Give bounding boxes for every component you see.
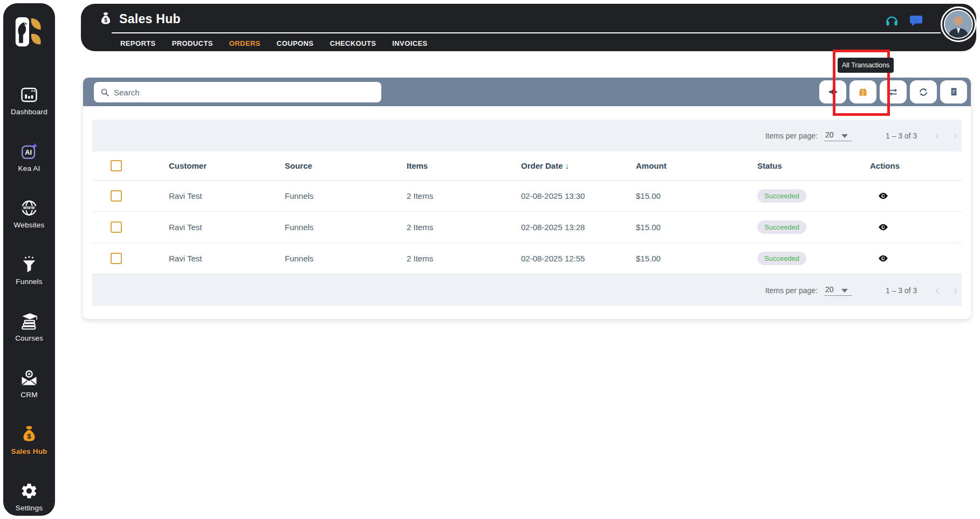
orders-card: Items per page: 20 1 – 3 of 3 ‹ › Custom… <box>83 78 971 319</box>
cell-customer: Ravi Test <box>169 191 285 200</box>
tab-coupons[interactable]: COUPONS <box>276 37 315 50</box>
col-source[interactable]: Source <box>285 161 407 170</box>
avatar-photo <box>944 10 973 39</box>
sidebar-item-crm[interactable]: CRM <box>3 355 55 412</box>
sidebar-item-label: CRM <box>20 391 37 399</box>
crm-icon <box>20 369 38 387</box>
sidebar-item-courses[interactable]: Courses <box>3 299 55 355</box>
paginator-top: Items per page: 20 1 – 3 of 3 ‹ › <box>92 120 962 151</box>
cell-customer: Ravi Test <box>169 223 285 232</box>
transfer-arrows-button[interactable] <box>880 80 907 103</box>
view-order-button[interactable] <box>878 190 889 202</box>
col-status[interactable]: Status <box>757 161 870 170</box>
chevron-down-icon <box>841 289 848 293</box>
cell-source: Funnels <box>285 223 407 232</box>
sort-desc-icon[interactable]: ↓ <box>565 161 570 170</box>
all-transactions-button[interactable] <box>849 80 876 103</box>
cell-items: 2 Items <box>407 223 521 232</box>
sidebar-item-sales-hub[interactable]: $ Sales Hub <box>3 412 55 468</box>
search-box <box>94 82 381 102</box>
col-items[interactable]: Items <box>407 161 521 170</box>
transfer-arrows-icon <box>888 87 899 98</box>
sidebar-item-websites[interactable]: www Websites <box>3 185 55 242</box>
svg-text:AI: AI <box>25 148 32 156</box>
sidebar-item-settings[interactable]: Settings <box>3 468 55 519</box>
avatar[interactable] <box>941 6 976 42</box>
tab-invoices[interactable]: INVOICES <box>391 37 428 50</box>
toolbar-buttons <box>819 80 967 103</box>
eye-icon <box>878 253 889 264</box>
eye-icon <box>878 222 889 233</box>
row-select-cell <box>92 222 169 233</box>
select-all-cell <box>92 160 169 171</box>
cell-source: Funnels <box>285 191 407 200</box>
tab-orders[interactable]: ORDERS <box>228 37 262 50</box>
view-order-button[interactable] <box>878 253 889 264</box>
search-icon <box>100 88 109 97</box>
cell-actions <box>870 222 962 233</box>
prev-page-icon[interactable]: ‹ <box>935 285 939 296</box>
tab-checkouts[interactable]: CHECKOUTS <box>328 37 377 50</box>
receipt-icon <box>949 87 959 97</box>
headphones-icon[interactable] <box>885 13 899 28</box>
view-order-button[interactable] <box>878 222 889 233</box>
next-page-icon[interactable]: › <box>954 130 957 142</box>
col-customer[interactable]: Customer <box>169 161 285 170</box>
all-transactions-tooltip: All Transactions <box>838 58 894 73</box>
items-per-page-select[interactable]: 20 <box>824 285 852 296</box>
next-page-icon[interactable]: › <box>954 285 957 296</box>
sidebar-item-label: Sales Hub <box>11 447 47 455</box>
funnels-icon <box>20 255 38 274</box>
sidebar-item-kea-ai[interactable]: AI Kea AI <box>3 129 55 185</box>
select-all-checkbox[interactable] <box>111 160 122 171</box>
page-range: 1 – 3 of 3 <box>886 286 917 295</box>
row-select-cell <box>92 253 169 264</box>
chat-icon[interactable] <box>909 13 923 28</box>
cell-amount: $15.00 <box>636 254 757 263</box>
courses-icon <box>20 312 38 330</box>
diamond-swap-button[interactable] <box>819 80 846 103</box>
cell-status: Succeeded <box>757 220 870 234</box>
col-order-date[interactable]: Order Date↓ <box>521 161 636 170</box>
row-checkbox[interactable] <box>111 190 122 202</box>
paginator-bottom: Items per page: 20 1 – 3 of 3 ‹ › <box>92 274 962 306</box>
status-badge: Succeeded <box>757 220 806 234</box>
sidebar-item-label: Dashboard <box>11 108 47 116</box>
settings-icon <box>20 482 38 500</box>
kea-logo[interactable] <box>12 15 46 49</box>
sidebar-item-label: Courses <box>15 334 43 342</box>
pager-nav: ‹ › <box>935 130 957 142</box>
cell-order-date: 02-08-2025 13:28 <box>521 223 636 232</box>
items-per-page-select[interactable]: 20 <box>824 130 852 141</box>
svg-text:$: $ <box>27 432 31 440</box>
search-input[interactable] <box>114 88 375 97</box>
sidebar-item-dashboard[interactable]: Dashboard <box>3 72 55 129</box>
tab-products[interactable]: PRODUCTS <box>171 37 214 50</box>
status-badge: Succeeded <box>757 189 806 203</box>
cell-status: Succeeded <box>757 189 870 203</box>
receipt-button[interactable] <box>940 80 967 103</box>
money-bag-icon: $ <box>99 11 113 26</box>
page-title: Sales Hub <box>119 12 181 26</box>
sidebar-item-funnels[interactable]: Funnels <box>3 242 55 299</box>
tab-reports[interactable]: REPORTS <box>119 37 157 50</box>
row-checkbox[interactable] <box>111 253 122 264</box>
chevron-down-icon <box>841 134 848 138</box>
table-row: Ravi Test Funnels 2 Items 02-08-2025 12:… <box>92 243 962 274</box>
sidebar-item-label: Kea AI <box>18 164 40 172</box>
col-order-date-label: Order Date <box>521 161 563 170</box>
table-row: Ravi Test Funnels 2 Items 02-08-2025 13:… <box>92 212 962 243</box>
row-checkbox[interactable] <box>111 222 122 233</box>
sidebar-item-label: Funnels <box>16 278 42 286</box>
col-amount[interactable]: Amount <box>636 161 757 170</box>
table-header-row: Customer Source Items Order Date↓ Amount… <box>92 151 962 181</box>
websites-icon: www <box>20 199 38 217</box>
sidebar-item-label: Websites <box>14 221 45 229</box>
refresh-button[interactable] <box>910 80 937 103</box>
cell-actions <box>870 190 962 202</box>
refresh-icon <box>918 87 929 98</box>
cell-items: 2 Items <box>407 191 521 200</box>
header-tabs: REPORTS PRODUCTS ORDERS COUPONS CHECKOUT… <box>119 37 429 50</box>
table-row: Ravi Test Funnels 2 Items 02-08-2025 13:… <box>92 181 962 212</box>
prev-page-icon[interactable]: ‹ <box>935 130 939 142</box>
